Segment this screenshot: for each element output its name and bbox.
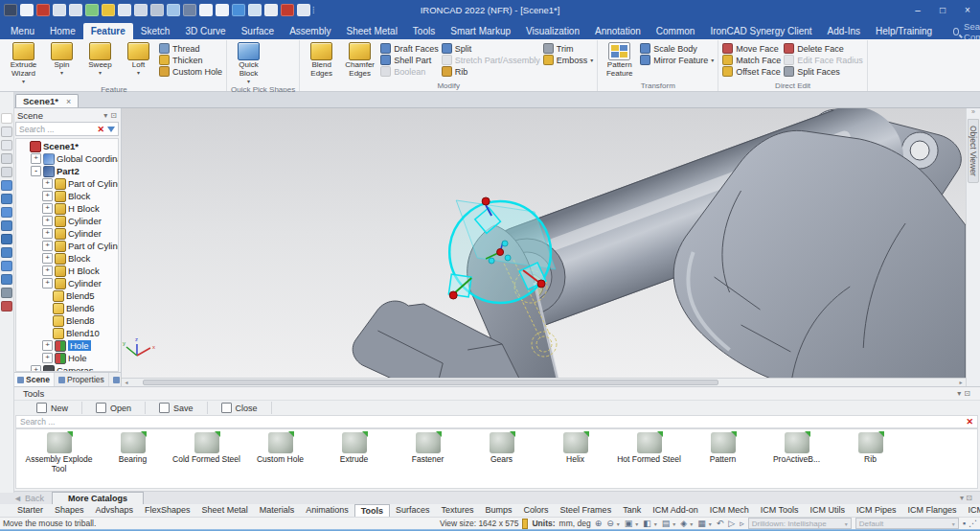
catalog-tab-steel-frames[interactable]: Steel Frames [555, 504, 618, 517]
catalog-tab-icm-mold[interactable]: ICM Mold [963, 504, 980, 517]
catalog-shape-icon[interactable] [1, 113, 12, 124]
catalog-shape-icon[interactable] [1, 194, 12, 204]
catalog-tab-icm-tools[interactable]: ICM Tools [755, 504, 805, 517]
pattern-feature-button[interactable]: Pattern Feature [602, 40, 637, 79]
catalog-tab-icm-add-on[interactable]: ICM Add-on [647, 504, 704, 517]
chevron-down-icon[interactable]: ▾ [654, 520, 657, 527]
catalog-shape-icon[interactable] [1, 127, 12, 137]
catalog-tab-advshaps[interactable]: Advshaps [90, 504, 140, 517]
tab-annotation[interactable]: Annotation [587, 23, 649, 39]
save-icon[interactable] [118, 4, 131, 16]
tree-item-blend6[interactable]: Blend6 [16, 302, 118, 314]
catalog-shape-icon[interactable] [1, 301, 12, 312]
catalog-item-bearing[interactable]: Bearing [96, 432, 170, 488]
tree-item-cylinder[interactable]: +Cylinder [16, 277, 118, 289]
maximize-button[interactable]: □ [930, 0, 955, 20]
tab-surface[interactable]: Surface [234, 23, 282, 39]
tree-item-h-block[interactable]: +H Block [16, 265, 118, 277]
panel-tab-scene[interactable]: Scene [13, 373, 55, 386]
mirror-feature-button[interactable]: Mirror Feature▾ [640, 55, 714, 65]
catalog-tab-tools[interactable]: Tools [354, 504, 390, 518]
tree-item-global-coordinate-system[interactable]: +Global Coordinate System [16, 152, 118, 165]
catalog-item-hot-formed-steel[interactable]: Hot Formed Steel [612, 432, 686, 488]
rib-button[interactable]: Rib [442, 66, 540, 77]
catalog-shape-icon[interactable] [1, 288, 12, 298]
tab-visualization[interactable]: Visualization [518, 23, 587, 39]
expander-icon[interactable]: + [42, 228, 53, 239]
quick-block-button[interactable]: Quick Block▾ [231, 40, 266, 84]
chevron-down-icon[interactable]: ▾ [709, 520, 712, 527]
zoom-out-icon[interactable]: ⊖ [606, 519, 614, 528]
catalog-shape-icon[interactable] [1, 247, 12, 258]
tab-tools[interactable]: Tools [405, 23, 443, 39]
catalog-tab-icm-pipes[interactable]: ICM Pipes [851, 504, 902, 517]
print-icon[interactable] [150, 4, 164, 16]
scroll-right-icon[interactable]: ▸ [956, 379, 966, 386]
tab-sheet-metal[interactable]: Sheet Metal [338, 23, 404, 39]
expander-icon[interactable]: + [42, 353, 53, 363]
tab-3d-curve[interactable]: 3D Curve [177, 23, 233, 39]
tree-item-part2[interactable]: -Part2 [16, 165, 118, 177]
snap-icon[interactable] [248, 4, 262, 16]
feedback-icon[interactable] [281, 4, 294, 16]
catalog-item-gears[interactable]: Gears [465, 432, 538, 488]
catalog-shape-icon[interactable] [1, 234, 12, 244]
catalog-tab-materials[interactable]: Materials [254, 504, 301, 517]
shell-part-button[interactable]: Shell Part [380, 55, 439, 65]
expander-icon[interactable]: + [42, 203, 53, 214]
split-button[interactable]: Split [442, 43, 540, 54]
image-icon[interactable] [85, 4, 99, 16]
catalog-item-extrude[interactable]: Extrude [317, 432, 391, 488]
open-catalog-button[interactable]: Open [82, 402, 146, 414]
split-faces-button[interactable]: Split Faces [784, 66, 863, 77]
pin-icon[interactable]: ⊡ [964, 389, 970, 398]
expander-icon[interactable]: + [31, 153, 41, 164]
more-catalogs-button[interactable]: More Catalogs [52, 492, 144, 505]
app-icon[interactable] [4, 4, 17, 16]
catalog-tab-textures[interactable]: Textures [436, 504, 480, 517]
redo-icon[interactable] [216, 4, 229, 16]
catalog-item-helix[interactable]: Helix [538, 432, 612, 488]
save-catalog-button[interactable]: Save [146, 402, 208, 414]
viewport[interactable]: z x y ◂ ▸ [122, 108, 966, 386]
tab-sketch[interactable]: Sketch [133, 23, 178, 39]
catalog-shape-icon[interactable] [1, 140, 12, 150]
tree-item-scene1[interactable]: Scene1* [16, 140, 118, 152]
catalog-item-cold-formed-steel[interactable]: Cold Formed Steel [170, 432, 243, 488]
catalog-tab-colors[interactable]: Colors [518, 504, 555, 517]
tab-common[interactable]: Common [649, 23, 703, 39]
spin-button[interactable]: Spin▾ [44, 40, 80, 76]
triball-axis-dot-left[interactable] [449, 291, 457, 299]
expander-icon[interactable]: + [42, 216, 53, 226]
cad-part[interactable] [353, 109, 966, 386]
catalog-tab-icm-mech[interactable]: ICM Mech [704, 504, 755, 517]
expander-icon[interactable]: + [42, 253, 53, 264]
expander-icon[interactable]: + [42, 266, 53, 276]
catalog-tab-starter[interactable]: Starter [11, 504, 49, 517]
tree-item-part-of-cylinder[interactable]: +Part of Cylinder [16, 240, 118, 252]
tree-item-hole[interactable]: +Hole [16, 339, 118, 352]
catalog-tab-icm-utils[interactable]: ICM Utils [805, 504, 852, 517]
viewport-hscrollbar[interactable]: ◂ ▸ [122, 378, 966, 386]
tree-item-hole[interactable]: +Hole [16, 352, 118, 364]
thread-button[interactable]: Thread [159, 43, 222, 54]
catalog-tab-tank[interactable]: Tank [617, 504, 647, 517]
render-icon[interactable] [232, 4, 245, 16]
chamfer-edges-button[interactable]: Chamfer Edges [342, 40, 377, 79]
tree-item-cylinder[interactable]: +Cylinder [16, 227, 118, 240]
resize-grip-icon[interactable]: ⋰ [969, 519, 977, 528]
catalog-item-proactiveb[interactable]: ProActiveB... [760, 432, 833, 488]
open-folder-icon[interactable] [102, 4, 115, 16]
new-drawing-icon[interactable] [53, 4, 66, 16]
camera-view-icon[interactable]: ▤ [662, 519, 671, 528]
scroll-left-icon[interactable]: ◂ [122, 379, 131, 386]
pin-icon[interactable]: ⊡ [110, 111, 117, 120]
catalog-shape-icon[interactable] [1, 220, 12, 231]
offset-face-button[interactable]: Offset Face [722, 66, 781, 77]
new-red-doc-icon[interactable] [36, 4, 50, 16]
expander-icon[interactable]: - [31, 166, 41, 176]
catalog-item-fastener[interactable]: Fastener [391, 432, 465, 488]
scale-body-button[interactable]: Scale Body [640, 43, 714, 54]
chevron-down-icon[interactable]: ▾ [690, 520, 693, 527]
catalog-tab-bumps[interactable]: Bumps [480, 504, 518, 517]
